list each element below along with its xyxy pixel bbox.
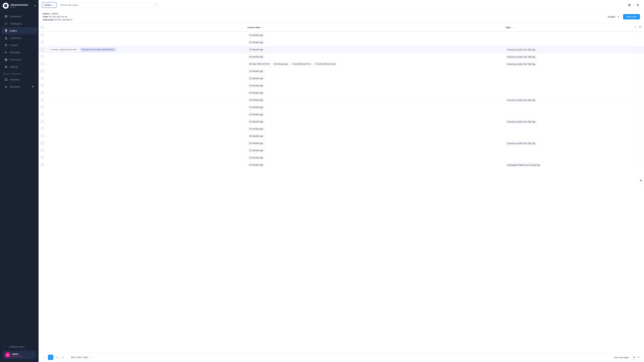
tags-column-menu[interactable]: ··· [512, 26, 515, 29]
row-checkbox[interactable] [41, 135, 44, 137]
row-checkbox[interactable] [41, 77, 44, 79]
filter-panel-button[interactable] [638, 178, 644, 184]
row-actions-cell: ··· [632, 53, 644, 60]
row-invoice-date-cell: 15 minutes ago [245, 111, 503, 118]
row-context-menu[interactable]: ··· [639, 98, 642, 102]
orders-dropdown[interactable]: Orders ▼ [42, 2, 56, 8]
tag-chip: Enormous Cotton Tick Talk Tag [506, 48, 537, 52]
dropdown-chevron-icon: ▼ [52, 4, 54, 6]
row-checkbox[interactable] [41, 127, 44, 130]
select-all-checkbox[interactable] [41, 26, 44, 28]
collapse-menu-button[interactable]: Collapse menu [1, 344, 37, 350]
table-row: 15 minutes ago··· [38, 39, 644, 46]
sidebar-item-orders[interactable]: Orders [1, 27, 37, 34]
select-all-header [38, 23, 46, 31]
add-sales-channel-button[interactable]: + [34, 73, 36, 75]
sidebar-item-customers[interactable]: Customers [1, 34, 37, 41]
row-actions-cell: ··· [632, 68, 644, 75]
next-page-button[interactable]: › [89, 355, 94, 360]
total-net-line: Total (net): €3,781,119,358.07 [42, 18, 72, 21]
table-row: 15 minutes ago··· [38, 89, 644, 96]
sidebar-item-label: Content [10, 44, 18, 46]
row-checkbox[interactable] [41, 106, 44, 108]
page-1-button[interactable]: 1 [48, 355, 53, 360]
date-chip: 15 minutes ago [247, 113, 265, 116]
row-checkbox[interactable] [41, 70, 44, 72]
row-context-menu[interactable]: ··· [639, 84, 642, 87]
language-select[interactable]: English [606, 14, 621, 19]
sidebar-item-extensions[interactable]: Extensions [1, 56, 37, 63]
sidebar-item-settings[interactable]: Settings [1, 63, 37, 70]
search-icon[interactable] [155, 3, 158, 6]
row-context-menu[interactable]: ··· [639, 55, 642, 58]
page-3-button[interactable]: 3 [60, 355, 66, 360]
sidebar-item-dashboard[interactable]: Dashboard [1, 13, 37, 20]
row-context-menu[interactable]: ··· [639, 163, 642, 167]
row-checkbox[interactable] [41, 48, 44, 51]
sidebar-item-storefront[interactable]: Storefront [1, 83, 37, 90]
columns-toggle-icon[interactable] [634, 25, 637, 29]
row-context-menu[interactable]: ··· [639, 91, 642, 94]
orders-table: Invoice Date ··· Tags ··· [38, 23, 644, 169]
row-id-cell [46, 82, 245, 89]
page-4001-button[interactable]: 4001 [71, 355, 76, 360]
app-logo[interactable] [3, 3, 9, 9]
row-checkbox[interactable] [41, 149, 44, 151]
add-order-button[interactable]: Add order [623, 14, 640, 19]
per-page-select[interactable]: 25 10 50 100 [631, 355, 641, 360]
orders-dropdown-label: Orders [44, 4, 52, 6]
row-context-menu[interactable]: ··· [639, 106, 642, 109]
row-invoice-date-cell: 15 minutes ago [245, 161, 503, 169]
row-checkbox[interactable] [41, 91, 44, 94]
row-context-menu[interactable]: ··· [639, 134, 642, 138]
row-checkbox[interactable] [41, 113, 44, 115]
row-tags-cell: Enormous Cotton Tick Talk Tag [503, 140, 632, 147]
row-context-menu[interactable]: ··· [639, 69, 642, 73]
page-4003-button[interactable]: 4003 [83, 355, 88, 360]
invoice-date-column-menu[interactable]: ··· [261, 26, 264, 29]
sidebar-item-catalogues[interactable]: Catalogues [1, 20, 37, 27]
collapse-menu-label: Collapse menu [9, 346, 25, 348]
row-checkbox[interactable] [41, 84, 44, 87]
help-button[interactable] [626, 2, 632, 8]
sidebar-item-headless[interactable]: Headless [1, 76, 37, 83]
admin-section[interactable]: A admin Administrator ⌃ [3, 351, 36, 359]
row-context-menu[interactable]: ··· [639, 48, 642, 51]
main-area: Orders ▼ Orders: [38, 0, 644, 362]
page-2-button[interactable]: 2 [54, 355, 59, 360]
row-checkbox[interactable] [41, 163, 44, 166]
orders-icon [4, 29, 8, 32]
row-context-menu[interactable]: ··· [639, 113, 642, 116]
sidebar-item-marketing[interactable]: Marketing [1, 49, 37, 56]
row-context-menu[interactable]: ··· [639, 41, 642, 44]
tag-chip: Enormous Cotton Tick Talk Tag [506, 142, 537, 145]
row-checkbox[interactable] [41, 55, 44, 58]
prev-page-button[interactable]: ‹ [42, 355, 47, 360]
row-context-menu[interactable]: ··· [639, 127, 642, 131]
row-context-menu[interactable]: ··· [639, 149, 642, 152]
row-checkbox[interactable] [41, 34, 44, 36]
row-tags-cell: Enormous Cotton Tick Talk Tag [503, 60, 632, 68]
row-context-menu[interactable]: ··· [639, 156, 642, 159]
row-context-menu[interactable]: ··· [639, 62, 642, 66]
table-row: 15 minutes ago··· [38, 154, 644, 161]
row-context-menu[interactable]: ··· [639, 142, 642, 145]
row-checkbox[interactable] [41, 142, 44, 144]
sidebar-item-content[interactable]: Content [1, 42, 37, 49]
row-checkbox[interactable] [41, 120, 44, 123]
row-context-menu[interactable]: ··· [639, 120, 642, 123]
row-id-cell [46, 111, 245, 118]
row-checkbox[interactable] [41, 41, 44, 43]
th-tags: Tags ··· [503, 23, 632, 31]
row-checkbox[interactable] [41, 156, 44, 159]
row-id-cell [46, 161, 245, 169]
row-checkbox[interactable] [41, 98, 44, 101]
row-checkbox[interactable] [41, 62, 44, 65]
notifications-button[interactable] [635, 2, 641, 8]
refresh-icon[interactable] [639, 25, 642, 29]
row-context-menu[interactable]: ··· [639, 77, 642, 80]
row-context-menu[interactable]: ··· [639, 33, 642, 37]
search-input[interactable] [58, 2, 159, 8]
row-id-cell [46, 96, 245, 104]
page-4002-button[interactable]: 4002 [77, 355, 82, 360]
